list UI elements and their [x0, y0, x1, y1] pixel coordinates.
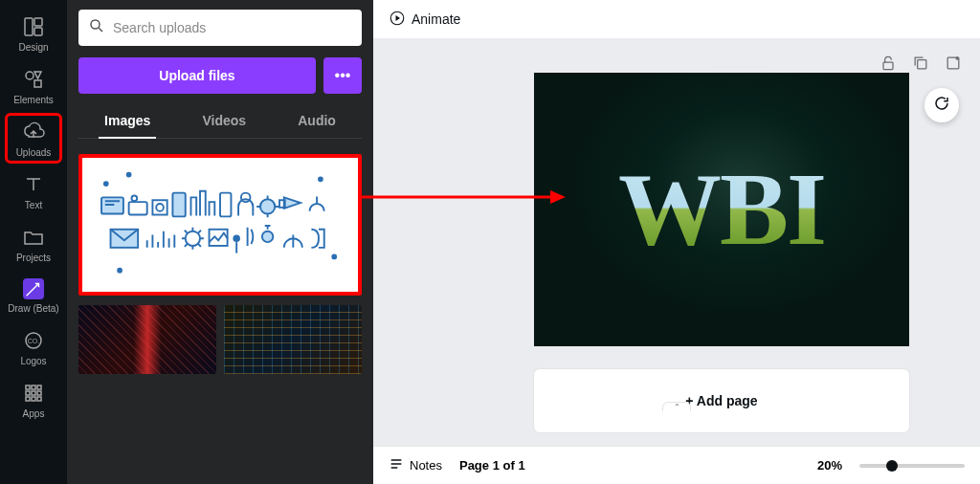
svg-rect-4	[34, 80, 41, 87]
tab-images[interactable]: Images	[93, 105, 162, 138]
svg-point-24	[131, 195, 137, 201]
logos-icon: CO.	[22, 329, 45, 352]
notes-label: Notes	[410, 458, 442, 473]
svg-point-19	[319, 177, 323, 181]
design-text-main: WBI	[618, 150, 825, 269]
nav-label: Logos	[20, 356, 46, 366]
text-icon	[22, 173, 45, 196]
nav-draw[interactable]: Draw (Beta)	[5, 271, 62, 319]
canvas-header: Animate	[373, 0, 980, 38]
svg-point-20	[332, 254, 336, 258]
svg-rect-1	[34, 18, 42, 26]
svg-rect-14	[32, 397, 35, 401]
design-icon	[22, 15, 45, 38]
svg-text:CO.: CO.	[28, 338, 40, 344]
svg-point-29	[241, 193, 251, 203]
footer-bar: Notes Page 1 of 1 20%	[373, 446, 980, 484]
zoom-slider[interactable]	[859, 464, 965, 468]
svg-point-30	[260, 199, 275, 213]
svg-point-33	[186, 231, 200, 246]
upload-thumbnail-illustration	[90, 165, 350, 284]
reset-icon	[933, 95, 950, 116]
nav-label: Uploads	[16, 147, 52, 158]
projects-icon	[22, 226, 45, 249]
svg-point-21	[118, 269, 122, 273]
canvas-viewport[interactable]: WBI + Add page ⌃	[373, 38, 980, 446]
uploads-grid	[78, 150, 362, 374]
svg-point-26	[156, 204, 164, 211]
upload-tabs: Images Videos Audio	[78, 105, 362, 139]
nav-label: Draw (Beta)	[8, 303, 58, 314]
add-page-button[interactable]: + Add page	[534, 369, 909, 432]
nav-logos[interactable]: CO. Logos	[5, 321, 62, 372]
animate-icon	[389, 10, 406, 30]
svg-rect-39	[918, 60, 926, 69]
svg-rect-22	[101, 197, 123, 213]
elements-icon	[22, 68, 45, 91]
svg-rect-38	[883, 62, 893, 70]
svg-rect-31	[279, 200, 285, 208]
sidebar-nav: Design Elements Uploads Text Projects Dr…	[0, 0, 67, 484]
nav-text[interactable]: Text	[5, 165, 62, 216]
add-page-icon[interactable]	[944, 54, 963, 73]
svg-rect-27	[172, 193, 185, 217]
svg-rect-34	[210, 230, 228, 246]
draw-icon	[23, 278, 44, 299]
canvas-area: Animate WBI + Add page ⌃ Notes Page 1	[373, 0, 980, 484]
nav-label: Apps	[23, 408, 45, 419]
nav-uploads[interactable]: Uploads	[5, 113, 62, 164]
uploads-icon	[22, 121, 45, 143]
ellipsis-icon: •••	[335, 67, 351, 84]
tab-videos[interactable]: Videos	[190, 105, 257, 138]
svg-rect-11	[32, 391, 35, 395]
chevron-up-icon: ⌃	[674, 403, 680, 411]
svg-rect-15	[37, 397, 41, 401]
search-icon	[88, 17, 105, 38]
notes-button[interactable]: Notes	[389, 456, 442, 474]
zoom-slider-handle[interactable]	[886, 460, 898, 472]
search-input[interactable]	[113, 20, 352, 35]
svg-point-35	[234, 235, 239, 241]
apps-icon	[22, 382, 45, 405]
upload-more-button[interactable]: •••	[323, 57, 362, 94]
nav-design[interactable]: Design	[5, 8, 62, 58]
notes-icon	[389, 456, 404, 474]
reset-zoom-button[interactable]	[924, 88, 959, 122]
nav-projects[interactable]: Projects	[5, 218, 62, 269]
upload-thumbnail[interactable]	[78, 305, 216, 374]
svg-rect-9	[37, 385, 41, 389]
svg-point-36	[262, 231, 273, 242]
lock-icon[interactable]	[879, 54, 898, 73]
svg-rect-23	[129, 202, 147, 214]
svg-rect-10	[26, 391, 30, 395]
nav-apps[interactable]: Apps	[5, 374, 62, 425]
page-toolbar	[879, 54, 963, 73]
upload-thumbnail-main[interactable]	[78, 154, 362, 296]
upload-files-button[interactable]: Upload files	[78, 57, 316, 94]
svg-point-3	[26, 72, 33, 79]
svg-rect-0	[25, 18, 33, 35]
nav-label: Design	[18, 42, 48, 53]
page-indicator: Page 1 of 1	[459, 458, 525, 473]
uploads-panel: Upload files ••• Images Videos Audio	[67, 0, 373, 484]
duplicate-icon[interactable]	[911, 54, 930, 73]
search-field[interactable]	[78, 10, 362, 46]
svg-rect-25	[152, 200, 167, 214]
tab-audio[interactable]: Audio	[286, 105, 347, 138]
nav-label: Elements	[13, 95, 54, 105]
zoom-value: 20%	[817, 458, 842, 473]
svg-rect-12	[37, 391, 41, 395]
design-canvas-page[interactable]: WBI	[534, 73, 909, 346]
nav-elements[interactable]: Elements	[5, 60, 62, 111]
page-panel-handle[interactable]: ⌃	[662, 402, 691, 411]
upload-thumbnail[interactable]	[224, 305, 362, 374]
svg-rect-7	[26, 385, 30, 389]
svg-rect-8	[32, 385, 35, 389]
svg-point-17	[104, 182, 108, 186]
svg-point-18	[127, 173, 131, 177]
nav-label: Projects	[16, 253, 51, 263]
animate-button[interactable]: Animate	[389, 10, 460, 30]
svg-rect-13	[26, 397, 30, 401]
nav-label: Text	[25, 200, 42, 210]
svg-rect-2	[34, 28, 42, 35]
